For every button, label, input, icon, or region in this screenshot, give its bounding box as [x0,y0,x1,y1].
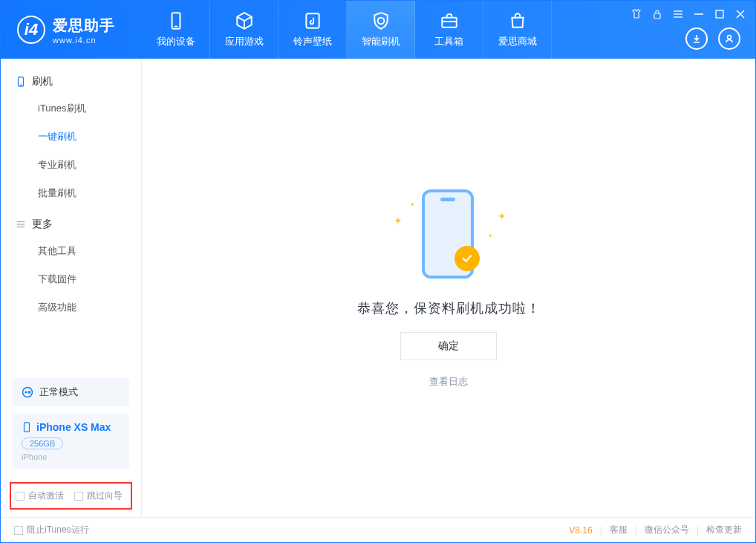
app-window: i4 爱思助手 www.i4.cn 我的设备 应用游戏 铃声壁纸 智能刷机 [0,0,756,543]
checkbox-skip-guide[interactable]: 跳过向导 [74,490,123,502]
tab-label: 工具箱 [434,35,463,48]
sidebar-item-other-tools[interactable]: 其他工具 [1,237,141,265]
close-icon[interactable] [734,8,746,20]
body: 刷机 iTunes刷机 一键刷机 专业刷机 批量刷机 更多 其他工具 下载固件 … [1,59,755,517]
tab-toolbox[interactable]: 工具箱 [415,1,483,59]
success-message: 恭喜您，保资料刷机成功啦！ [357,299,541,317]
device-card[interactable]: iPhone XS Max 256GB iPhone [13,414,129,469]
tab-label: 智能刷机 [362,35,400,48]
svg-point-12 [728,36,731,39]
tab-ringtones[interactable]: 铃声壁纸 [278,1,347,59]
sidebar-item-pro-flash[interactable]: 专业刷机 [1,151,141,179]
tab-flash[interactable]: 智能刷机 [347,1,415,59]
svg-rect-2 [306,13,319,28]
device-type: iPhone [22,452,120,461]
phone-icon [22,422,32,432]
tab-label: 我的设备 [157,35,195,48]
link-update[interactable]: 检查更新 [706,524,742,536]
device-icon [166,11,186,30]
app-site: www.i4.cn [53,36,115,45]
version-label: V8.16 [569,525,592,536]
maximize-icon[interactable] [714,8,726,20]
nav-tabs: 我的设备 应用游戏 铃声壁纸 智能刷机 工具箱 爱思商城 [142,1,552,59]
app-title: 爱思助手 [53,16,115,36]
sidebar-group-flash: 刷机 [1,69,141,94]
sidebar-item-download-firmware[interactable]: 下载固件 [1,265,141,293]
list-icon [16,219,26,230]
tab-shop[interactable]: 爱思商城 [483,1,552,59]
logo-area: i4 爱思助手 www.i4.cn [1,1,142,59]
options-box: 自动激活 跳过向导 [10,482,132,510]
svg-rect-9 [716,10,723,18]
sidebar-group-more: 更多 [1,212,141,237]
sidebar-item-advanced[interactable]: 高级功能 [1,293,141,322]
sync-icon [22,386,33,398]
group-title: 更多 [32,218,53,231]
checkbox-block-itunes[interactable]: 阻止iTunes运行 [14,524,89,536]
checkbox-auto-activate[interactable]: 自动激活 [16,490,64,502]
svg-rect-21 [25,423,30,432]
cube-icon [235,11,254,30]
sidebar-item-itunes-flash[interactable]: iTunes刷机 [1,94,141,123]
ok-button[interactable]: 确定 [400,332,497,360]
link-wechat[interactable]: 微信公众号 [645,524,689,536]
menu-icon[interactable] [672,8,684,20]
svg-point-18 [23,388,33,397]
mode-card[interactable]: 正常模式 [13,378,129,406]
sidebar-item-batch-flash[interactable]: 批量刷机 [1,179,141,207]
user-button[interactable] [718,27,740,50]
view-log-link[interactable]: 查看日志 [429,375,468,388]
tab-label: 铃声壁纸 [293,35,332,48]
tab-label: 应用游戏 [225,35,264,48]
group-title: 刷机 [32,75,53,88]
lock-icon[interactable] [651,8,663,20]
svg-point-20 [28,391,30,393]
shirt-icon[interactable] [630,8,642,20]
statusbar: 阻止iTunes运行 V8.16 | 客服 | 微信公众号 | 检查更新 [1,517,755,542]
checkmark-icon [454,246,480,271]
tab-label: 爱思商城 [498,35,537,48]
result-panel: ✦ ✦ ✦ ✦ 恭喜您，保资料刷机成功啦！ 确定 查看日志 [357,188,541,388]
music-icon [303,11,322,30]
device-capacity: 256GB [22,438,63,449]
logo-icon: i4 [17,16,45,44]
svg-rect-3 [442,18,457,27]
tab-apps[interactable]: 应用游戏 [210,1,278,59]
device-name: iPhone XS Max [36,421,111,433]
shield-icon [371,11,391,30]
download-button[interactable] [685,27,708,50]
svg-point-19 [25,391,27,393]
toolbox-icon [440,11,459,30]
tab-mydevice[interactable]: 我的设备 [142,1,210,59]
phone-icon [16,77,26,87]
window-controls [630,8,746,20]
success-illustration: ✦ ✦ ✦ ✦ [374,188,523,284]
mode-label: 正常模式 [39,386,78,399]
svg-rect-4 [654,13,660,19]
main-content: ✦ ✦ ✦ ✦ 恭喜您，保资料刷机成功啦！ 确定 查看日志 [142,59,755,517]
sidebar: 刷机 iTunes刷机 一键刷机 专业刷机 批量刷机 更多 其他工具 下载固件 … [1,59,142,517]
minimize-icon[interactable] [693,8,705,20]
link-support[interactable]: 客服 [610,524,628,536]
titlebar: i4 爱思助手 www.i4.cn 我的设备 应用游戏 铃声壁纸 智能刷机 [1,1,755,59]
bag-icon [508,11,527,30]
sidebar-item-oneclick-flash[interactable]: 一键刷机 [1,123,141,151]
